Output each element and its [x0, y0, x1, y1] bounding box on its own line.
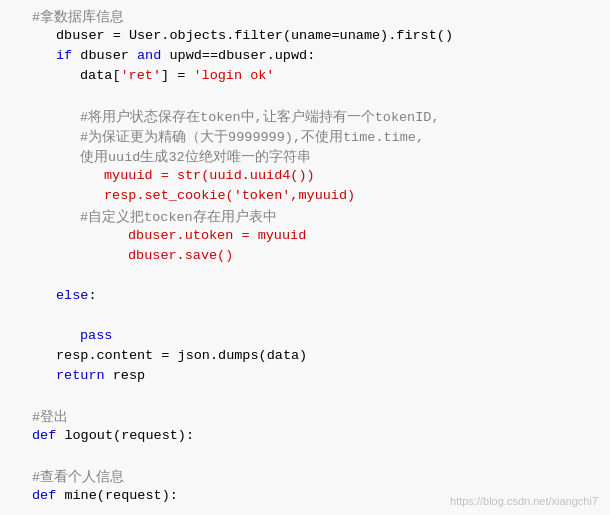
code-line-line19: return resp [0, 368, 610, 388]
code-line-line7: #为保证更为精确（大于9999999),不使用time.time, [0, 128, 610, 148]
code-line-line21: #登出 [0, 408, 610, 428]
code-line-line15: else: [0, 288, 610, 308]
code-line-line3: if dbuser and upwd==dbuser.upwd: [0, 48, 610, 68]
code-line-line9: myuuid = str(uuid.uuid4()) [0, 168, 610, 188]
code-line-line10: resp.set_cookie('token',myuuid) [0, 188, 610, 208]
code-line-line18: resp.content = json.dumps(data) [0, 348, 610, 368]
code-line-line16 [0, 308, 610, 328]
code-line-line23 [0, 448, 610, 468]
code-line-line24: #查看个人信息 [0, 468, 610, 488]
code-line-line1: #拿数据库信息 [0, 8, 610, 28]
code-line-line6: #将用户状态保存在token中,让客户端持有一个tokenID, [0, 108, 610, 128]
code-line-line12: dbuser.utoken = myuuid [0, 228, 610, 248]
code-line-line2: dbuser = User.objects.filter(uname=uname… [0, 28, 610, 48]
code-container: #拿数据库信息dbuser = User.objects.filter(unam… [0, 0, 610, 515]
code-line-line20 [0, 388, 610, 408]
code-line-line4: data['ret'] = 'login ok' [0, 68, 610, 88]
code-line-line13: dbuser.save() [0, 248, 610, 268]
code-line-line8: 使用uuid生成32位绝对唯一的字符串 [0, 148, 610, 168]
code-line-line22: def logout(request): [0, 428, 610, 448]
code-line-line14 [0, 268, 610, 288]
code-line-line17: pass [0, 328, 610, 348]
code-line-line5 [0, 88, 610, 108]
watermark: https://blog.csdn.net/xiangchi7 [450, 495, 598, 507]
code-line-line11: #自定义把tocken存在用户表中 [0, 208, 610, 228]
